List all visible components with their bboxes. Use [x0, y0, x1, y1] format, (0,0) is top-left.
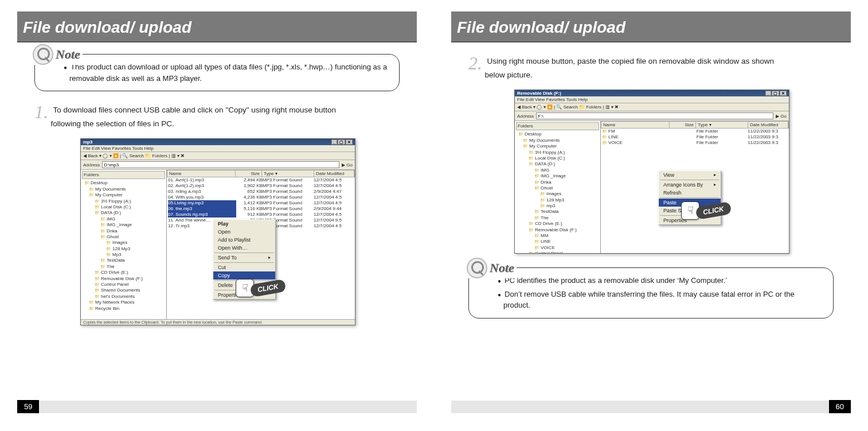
- tree-item[interactable]: Local Disk (C:): [516, 156, 599, 161]
- tree-item[interactable]: IMG _Image: [82, 222, 165, 228]
- toolbar-2[interactable]: ◀ Back ▾ ◯ ▾ 🔼 | 🔍 Search 📁 Folders | ▥ …: [515, 103, 789, 111]
- tree-item[interactable]: Images: [516, 191, 599, 197]
- tree-item[interactable]: Control Panel: [516, 251, 599, 253]
- window-buttons-2[interactable]: _▢✕: [765, 91, 787, 96]
- file-row[interactable]: 01. Avril(1-1).mp32,494 KBMP3 Format Sou…: [167, 177, 355, 183]
- folder-tree[interactable]: Folders DesktopMy DocumentsMy Computer3½…: [81, 170, 167, 319]
- col-date-2[interactable]: Date Modified: [748, 122, 788, 128]
- col-size[interactable]: Size: [236, 170, 262, 177]
- folder-row[interactable]: FMFile Folder11/22/2003 9:3: [601, 129, 789, 134]
- tree-item[interactable]: VOICE: [516, 245, 599, 251]
- tree-item[interactable]: mp3: [516, 203, 599, 209]
- go-button-2[interactable]: ▶ Go: [776, 114, 787, 119]
- page-left: File download/ upload Note This product …: [17, 11, 417, 413]
- ctx-sendto[interactable]: Send To: [213, 254, 275, 262]
- tree-item[interactable]: 3½ Floppy (A:): [516, 150, 599, 156]
- file-list[interactable]: Name Size Type ▾ Date Modified 01. Avril…: [167, 170, 355, 319]
- ctx-openwith[interactable]: Open With…: [213, 244, 275, 252]
- window-buttons[interactable]: _▢✕: [331, 139, 353, 145]
- col-name[interactable]: Name: [167, 170, 236, 177]
- screenshot-copy: mp3 _▢✕ File Edit View Favorites Tools H…: [80, 138, 355, 325]
- col-size-2[interactable]: Size: [670, 122, 696, 128]
- step-2-text: Using right mouse button, paste the copi…: [484, 57, 774, 79]
- file-row[interactable]: 02. Avril(1-2).mp31,902 KBMP3 Format Sou…: [167, 183, 355, 189]
- tree-item[interactable]: CD Drive (E:): [516, 221, 599, 227]
- ctx-copy[interactable]: Copy: [213, 271, 275, 279]
- folder-tree-2[interactable]: Folders DesktopMy DocumentsMy Computer3½…: [515, 121, 601, 253]
- tree-item[interactable]: The: [516, 215, 599, 221]
- tree-item[interactable]: My Computer: [516, 143, 599, 149]
- menubar[interactable]: File Edit View Favorites Tools Help: [81, 145, 355, 152]
- file-list-2[interactable]: Name Size Type ▾ Date Modified FMFile Fo…: [601, 121, 789, 253]
- col-type[interactable]: Type ▾: [262, 170, 314, 177]
- tree-item[interactable]: CD Drive (E:): [82, 270, 165, 275]
- tree-item[interactable]: Removable Disk (F:): [516, 227, 599, 233]
- tree-item[interactable]: Recycle Bin: [82, 306, 165, 312]
- note-label-2: Note: [464, 258, 517, 278]
- ctx-refresh[interactable]: Refresh: [659, 189, 721, 197]
- tree-item[interactable]: DATA (D:): [516, 161, 599, 167]
- folder-row[interactable]: VOICEFile Folder11/22/2003 9:3: [601, 140, 789, 146]
- tree-item[interactable]: Desktop: [82, 180, 165, 186]
- folder-row[interactable]: LINEFile Folder11/22/2003 9:3: [601, 134, 789, 140]
- tree-item[interactable]: 128 Mp3: [516, 197, 599, 203]
- tree-item[interactable]: Ghost: [82, 234, 165, 240]
- file-row[interactable]: 04. With you.mp34,236 KBMP3 Format Sound…: [167, 195, 355, 200]
- tree-item[interactable]: IMG _Image: [516, 173, 599, 179]
- list-header[interactable]: Name Size Type ▾ Date Modified: [167, 170, 355, 177]
- toolbar[interactable]: ◀ Back ▾ ◯ ▾ 🔼 | 🔍 Search 📁 Folders | ▥ …: [81, 152, 355, 160]
- tree-item[interactable]: Mp3: [82, 252, 165, 258]
- tree-item[interactable]: My Network Places: [82, 300, 165, 305]
- tree-item[interactable]: Dnka: [82, 228, 165, 234]
- tree-item[interactable]: Dnka: [516, 180, 599, 185]
- file-row[interactable]: 03. riding a.mp3652 KBMP3 Format Sound2/…: [167, 189, 355, 195]
- ctx-cut[interactable]: Cut: [213, 263, 275, 271]
- address-input-2[interactable]: [536, 112, 773, 119]
- tree-item[interactable]: The: [82, 264, 165, 270]
- tree-item[interactable]: Ghost: [516, 185, 599, 191]
- tree-item[interactable]: Desktop: [516, 131, 599, 137]
- folders-header: Folders: [82, 171, 165, 179]
- ctx-arrange[interactable]: Arrange Icons By: [659, 181, 721, 189]
- tree-item[interactable]: 128 Mp3: [82, 246, 165, 252]
- list-header-2[interactable]: Name Size Type ▾ Date Modified: [601, 121, 789, 129]
- note-2b-text: Don’t remove USB cable while transferrin…: [498, 289, 823, 311]
- tree-item[interactable]: TestData: [516, 209, 599, 215]
- step-2-number: 2.: [468, 54, 482, 72]
- ctx-addplaylist[interactable]: Add to Playlist: [213, 236, 275, 244]
- tree-item[interactable]: LINE: [516, 239, 599, 244]
- tree-item[interactable]: Control Panel: [82, 282, 165, 288]
- tree-item[interactable]: Removable Disk (F:): [82, 276, 165, 282]
- ctx-play[interactable]: Play: [213, 220, 275, 228]
- go-button[interactable]: ▶ Go: [342, 162, 353, 168]
- click-label: CLICK: [250, 279, 287, 297]
- tree-item[interactable]: DATA (D:): [82, 210, 165, 216]
- ctx-view[interactable]: View: [659, 171, 721, 179]
- ctx-open[interactable]: Open: [213, 228, 275, 236]
- page-right: File download/ upload 2. Using right mou…: [451, 11, 851, 413]
- click-badge-1: ☟ CLICK: [236, 279, 286, 297]
- tree-item[interactable]: IMG: [82, 216, 165, 222]
- menubar-2[interactable]: File Edit View Favorites Tools Help: [515, 96, 789, 103]
- col-date[interactable]: Date Modified: [314, 170, 354, 177]
- tree-item[interactable]: My Documents: [516, 138, 599, 143]
- tree-item[interactable]: Images: [82, 240, 165, 246]
- address-input[interactable]: [102, 161, 339, 168]
- tree-item[interactable]: 3½ Floppy (A:): [82, 199, 165, 204]
- win-titlebar-2: Removable Disk (F:) _▢✕: [515, 90, 789, 96]
- tree-item[interactable]: MM: [516, 233, 599, 239]
- tree-item[interactable]: My Documents: [82, 187, 165, 192]
- tree-item[interactable]: Local Disk (C:): [82, 204, 165, 210]
- step-2: 2. Using right mouse button, paste the c…: [468, 54, 834, 81]
- col-name-2[interactable]: Name: [601, 122, 670, 128]
- tree-item[interactable]: My Computer: [82, 192, 165, 198]
- tree-item[interactable]: hel's Documents: [82, 294, 165, 300]
- file-row[interactable]: 05.Living my.mp31,412 KBMP3 Format Sound…: [167, 200, 355, 206]
- file-row[interactable]: 06. the.mp35,116 KBMP3 Format Sound2/9/2…: [167, 206, 355, 212]
- tree-item[interactable]: IMG: [516, 168, 599, 173]
- tree-item[interactable]: Shared Documents: [82, 288, 165, 293]
- col-type-2[interactable]: Type ▾: [696, 122, 748, 128]
- tree-item[interactable]: TestData: [82, 258, 165, 263]
- file-row[interactable]: 07. Sounds rig.mp3912 KBMP3 Format Sound…: [167, 212, 355, 218]
- address-label: Address: [83, 162, 100, 168]
